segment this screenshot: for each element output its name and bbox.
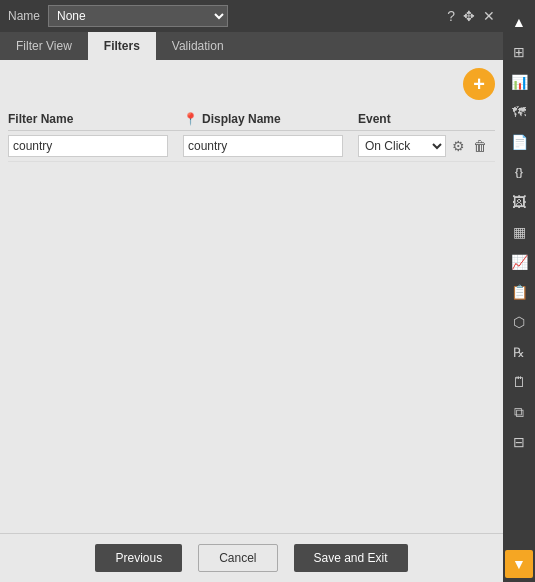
header: Name None ? ✥ ✕	[0, 0, 503, 32]
table-header: Filter Name 📍 Display Name Event	[8, 108, 495, 131]
save-exit-button[interactable]: Save and Exit	[294, 544, 408, 572]
sidebar-icon-code[interactable]: {}	[505, 158, 533, 186]
sidebar-icon-rx[interactable]: ℞	[505, 338, 533, 366]
delete-icon-button[interactable]: 🗑	[471, 136, 489, 156]
tab-validation[interactable]: Validation	[156, 32, 240, 60]
tabs-bar: Filter View Filters Validation	[0, 32, 503, 60]
footer: Previous Cancel Save and Exit	[0, 533, 503, 582]
sidebar-icon-bar[interactable]: 📈	[505, 248, 533, 276]
close-icon[interactable]: ✕	[483, 8, 495, 24]
sidebar: ▲ ⊞ 📊 🗺 📄 {} 🖼 ▦ 📈 📋 ⬡ ℞ 🗒 ⧉ ⊟ ▼	[503, 0, 535, 582]
table-row: On Click On Change On Load ⚙ 🗑	[8, 131, 495, 162]
sidebar-icon-grid2[interactable]: ⊟	[505, 428, 533, 456]
cancel-button[interactable]: Cancel	[198, 544, 277, 572]
sidebar-icon-layers[interactable]: ⧉	[505, 398, 533, 426]
display-name-input[interactable]	[183, 135, 343, 157]
col-display-name: 📍 Display Name	[183, 112, 358, 126]
help-icon[interactable]: ?	[447, 8, 455, 24]
tab-filters[interactable]: Filters	[88, 32, 156, 60]
pin-icon: 📍	[183, 112, 198, 126]
cell-filter-name	[8, 135, 183, 157]
sidebar-icon-table[interactable]: ⊞	[505, 38, 533, 66]
sidebar-icon-file[interactable]: 📋	[505, 278, 533, 306]
sidebar-icon-image[interactable]: 🖼	[505, 188, 533, 216]
settings-icon-button[interactable]: ⚙	[450, 136, 467, 156]
col-event: Event	[358, 112, 495, 126]
event-select[interactable]: On Click On Change On Load	[358, 135, 446, 157]
filter-name-input[interactable]	[8, 135, 168, 157]
cell-event: On Click On Change On Load ⚙ 🗑	[358, 135, 495, 157]
cell-display-name	[183, 135, 358, 157]
name-label: Name	[8, 9, 40, 23]
col-filter-name: Filter Name	[8, 112, 183, 126]
sidebar-up-icon[interactable]: ▲	[505, 8, 533, 36]
sidebar-icon-org[interactable]: ⬡	[505, 308, 533, 336]
tab-filter-view[interactable]: Filter View	[0, 32, 88, 60]
add-filter-button[interactable]: +	[463, 68, 495, 100]
name-select[interactable]: None	[48, 5, 228, 27]
sidebar-icon-accent-down[interactable]: ▼	[505, 550, 533, 578]
toolbar: +	[0, 60, 503, 108]
sidebar-icon-doc[interactable]: 📄	[505, 128, 533, 156]
move-icon[interactable]: ✥	[463, 8, 475, 24]
sidebar-icon-chart[interactable]: 📊	[505, 68, 533, 96]
filters-table: Filter Name 📍 Display Name Event On Clic…	[0, 108, 503, 533]
sidebar-icon-doc2[interactable]: 🗒	[505, 368, 533, 396]
sidebar-icon-grid[interactable]: ▦	[505, 218, 533, 246]
sidebar-icon-map[interactable]: 🗺	[505, 98, 533, 126]
previous-button[interactable]: Previous	[95, 544, 182, 572]
